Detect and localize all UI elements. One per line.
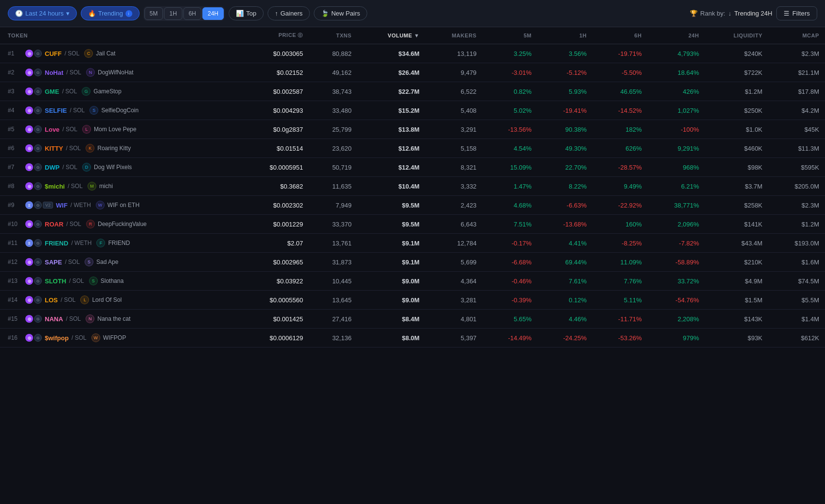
token-full-name: Mom Love Pepe [94,126,136,133]
token-symbol: KITTY [45,145,63,152]
gainers-button[interactable]: ↑ Gainers [268,6,310,20]
tokens-table: TOKEN PRICE ⓪ TXNS VOLUME ▼ MAKERS 5M 1H… [0,27,825,348]
filters-button[interactable]: ☰ Filters [776,6,817,20]
token-logo: S [85,258,93,266]
col-6h[interactable]: 6H [592,27,647,44]
makers-cell: 12,784 [425,234,482,253]
token-pair: / SOL [62,164,77,171]
chain-icons: ◎G [25,163,42,171]
volume-cell: $26.4M [358,63,426,82]
trending-button[interactable]: 🔥 Trending i [81,6,140,20]
txns-cell: 38,743 [309,82,358,101]
chevron-down-icon: ▾ [66,10,70,17]
timeframe-button[interactable]: 🕐 Last 24 hours ▾ [8,6,77,20]
rank-label: #15 [8,315,22,322]
makers-cell: 3,281 [425,291,482,310]
p6h-cell: 5.11% [592,291,647,310]
col-1h[interactable]: 1H [538,27,592,44]
price-cell: $0.02152 [238,63,309,82]
time-24h[interactable]: 24H [202,7,224,20]
mcap-cell: $11.3M [768,139,825,158]
col-mcap[interactable]: MCAP [768,27,825,44]
eth-icon: Ξ [25,201,33,209]
token-symbol: CUFF [45,50,62,57]
makers-cell: 3,332 [425,177,482,196]
liquidity-cell: $1.2M [705,82,768,101]
token-cell: #10 ◎G ROAR / SOL R DeepFuckingValue [0,215,238,234]
top-button[interactable]: 📊 Top [229,6,264,20]
col-5m[interactable]: 5M [483,27,538,44]
p6h-cell: -5.50% [592,63,647,82]
token-cell: #16 ◎G $wifpop / SOL W WIFPOP [0,329,238,348]
table-row[interactable]: #5 ◎G Love / SOL L Mom Love Pepe $0.0g28… [0,120,825,139]
v2-badge: V2 [43,202,53,209]
table-row[interactable]: #15 ◎G NANA / SOL N Nana the cat $0.0014… [0,310,825,329]
price-cell: $2.07 [238,234,309,253]
table-header-row: TOKEN PRICE ⓪ TXNS VOLUME ▼ MAKERS 5M 1H… [0,27,825,44]
table-row[interactable]: #4 ◎G SELFIE / SOL S SelfieDogCoin $0.00… [0,101,825,120]
token-symbol: NANA [45,315,63,323]
token-pair: / SOL [62,88,77,95]
makers-cell: 2,423 [425,196,482,215]
trophy-icon: 🏆 [690,10,698,17]
liquidity-cell: $93K [705,329,768,348]
token-full-name: SelfieDogCoin [101,107,139,114]
down-arrow-icon: ↓ [728,10,732,17]
p5m-cell: -3.01% [483,63,538,82]
token-cell: #1 ◎G CUFF / SOL C Jail Cat [0,44,238,63]
new-pairs-button[interactable]: 🍃 New Pairs [314,6,367,20]
table-row[interactable]: #13 ◎G SLOTH / SOL S Slothana $0.03922 1… [0,272,825,291]
table-row[interactable]: #3 ◎G GME / SOL G GameStop $0.002587 38,… [0,82,825,101]
token-full-name: FRIEND [108,240,130,246]
table-row[interactable]: #8 ◎G $michi / SOL M michi $0.3682 11,63… [0,177,825,196]
col-makers[interactable]: MAKERS [425,27,482,44]
p5m-cell: -0.17% [483,234,538,253]
price-cell: $0.0005951 [238,158,309,177]
table-row[interactable]: #11 ΞG FRIEND / WETH F FRIEND $2.07 13,7… [0,234,825,253]
chain-icons: ◎G [25,220,42,228]
chain-icons: ΞG [25,239,42,247]
token-pair: / WETH [71,202,91,209]
time-5m[interactable]: 5M [144,7,163,20]
table-row[interactable]: #14 ◎G LOS / SOL L Lord Of Sol $0.000556… [0,291,825,310]
col-liquidity[interactable]: LIQUIDITY [705,27,768,44]
rank-label: #4 [8,107,22,114]
col-24h[interactable]: 24H [647,27,705,44]
table-row[interactable]: #10 ◎G ROAR / SOL R DeepFuckingValue $0.… [0,215,825,234]
chain-icons: ◎G [25,125,42,133]
liquidity-cell: $141K [705,215,768,234]
token-cell: #14 ◎G LOS / SOL L Lord Of Sol [0,291,238,310]
liquidity-cell: $722K [705,63,768,82]
makers-cell: 4,801 [425,310,482,329]
table-row[interactable]: #16 ◎G $wifpop / SOL W WIFPOP $0.0006129… [0,329,825,348]
p24h-cell: -54.76% [647,291,705,310]
time-6h[interactable]: 6H [183,7,201,20]
table-row[interactable]: #1 ◎G CUFF / SOL C Jail Cat $0.003065 80… [0,44,825,63]
token-full-name: DogWifNoHat [98,69,133,76]
table-row[interactable]: #12 ◎G SAPE / SOL S Sad Ape $0.002965 31… [0,253,825,272]
time-1h[interactable]: 1H [164,7,182,20]
token-full-name: Roaring Kitty [97,145,131,152]
table-row[interactable]: #7 ◎G DWP / SOL D Dog Wif Pixels $0.0005… [0,158,825,177]
rank-label: #9 [8,202,22,209]
mcap-cell: $21.1M [768,63,825,82]
makers-cell: 5,158 [425,139,482,158]
col-price[interactable]: PRICE ⓪ [238,27,309,44]
table-row[interactable]: #2 ◎G NoHat / SOL N DogWifNoHat $0.02152… [0,63,825,82]
sol-icon: ◎ [25,144,33,152]
table-row[interactable]: #6 ◎G KITTY / SOL K Roaring Kitty $0.015… [0,139,825,158]
col-txns[interactable]: TXNS [309,27,358,44]
txns-cell: 7,949 [309,196,358,215]
price-cell: $0.0g2837 [238,120,309,139]
makers-cell: 5,408 [425,101,482,120]
p1h-cell: 8.22% [538,177,592,196]
table-row[interactable]: #9 ΞGV2 WIF / WETH W WIF on ETH $0.00230… [0,196,825,215]
col-volume[interactable]: VOLUME ▼ [358,27,426,44]
p6h-cell: -53.26% [592,329,647,348]
col-token: TOKEN [0,27,238,44]
liquidity-cell: $4.9M [705,272,768,291]
txns-cell: 80,882 [309,44,358,63]
token-cell: #9 ΞGV2 WIF / WETH W WIF on ETH [0,196,238,215]
token-full-name: Sad Ape [96,259,118,265]
rank-label: #13 [8,278,22,284]
